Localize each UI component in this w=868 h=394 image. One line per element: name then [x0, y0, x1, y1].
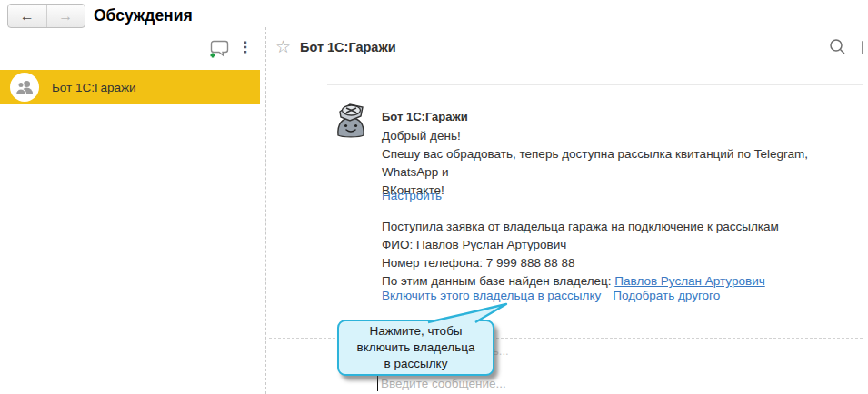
contact-avatar — [10, 73, 39, 102]
hint-tooltip: Нажмите, чтобы включить владельца в расс… — [337, 320, 494, 376]
obscured-text-fragment: ь... — [493, 344, 509, 358]
chat-title: Бот 1С:Гаражи — [300, 40, 396, 54]
greeting-line: Добрый день! — [382, 127, 868, 145]
request-line: Поступила заявка от владельца гаража на … — [382, 218, 779, 236]
include-owner-link[interactable]: Включить этого владельца в рассылку — [382, 289, 601, 302]
request-line: Номер телефона: 7 999 888 88 88 — [382, 254, 779, 272]
sidebar-item-label: Бот 1С:Гаражи — [52, 81, 136, 94]
back-button[interactable]: ← — [8, 5, 47, 27]
chat-search-icon[interactable] — [829, 38, 846, 55]
pick-another-link[interactable]: Подобрать другого — [613, 289, 720, 302]
sidebar-menu-icon[interactable]: ⋮ — [238, 39, 253, 55]
request-line: ФИО: Павлов Руслан Артурович — [382, 236, 779, 254]
bot-avatar — [333, 101, 369, 139]
owner-link[interactable]: Павлов Руслан Артурович — [614, 274, 764, 288]
text-caret — [377, 376, 378, 391]
greeting-line: ВКонтакте! — [382, 182, 868, 200]
message-input[interactable]: Введите сообщение... — [377, 374, 506, 392]
clipped-edge-icon — [862, 41, 863, 54]
greeting-line: Спешу вас обрадовать, теперь доступна ра… — [382, 145, 868, 182]
header-hairline — [327, 84, 863, 85]
forward-button[interactable]: → — [47, 5, 85, 27]
tooltip-line: в рассылку — [384, 356, 448, 372]
message-request: Поступила заявка от владельца гаража на … — [382, 218, 779, 291]
tooltip-tail — [426, 302, 510, 324]
message-sender: Бот 1С:Гаражи — [382, 110, 468, 123]
configure-link[interactable]: Настроить — [382, 189, 442, 202]
favorite-star-icon[interactable]: ☆ — [275, 36, 291, 57]
configure-row: Настроить — [382, 187, 442, 205]
discussions-window: ← → Обсуждения Поиск по темам и польз...… — [0, 0, 868, 394]
tooltip-line: Нажмите, чтобы — [369, 323, 462, 340]
sidebar-item-bot-1c-garazhi[interactable]: Бот 1С:Гаражи — [0, 70, 260, 104]
message-input-placeholder: Введите сообщение... — [381, 377, 506, 390]
sidebar-separator — [265, 27, 266, 394]
users-icon — [15, 79, 35, 95]
page-title: Обсуждения — [94, 6, 193, 25]
found-owner-prefix: По этим данным базе найден владелец: — [382, 274, 614, 288]
message-greeting: Добрый день! Спешу вас обрадовать, тепер… — [382, 127, 868, 200]
new-discussion-icon[interactable] — [207, 39, 230, 58]
history-nav: ← → — [7, 4, 85, 28]
tooltip-line: включить владельца — [357, 340, 475, 356]
